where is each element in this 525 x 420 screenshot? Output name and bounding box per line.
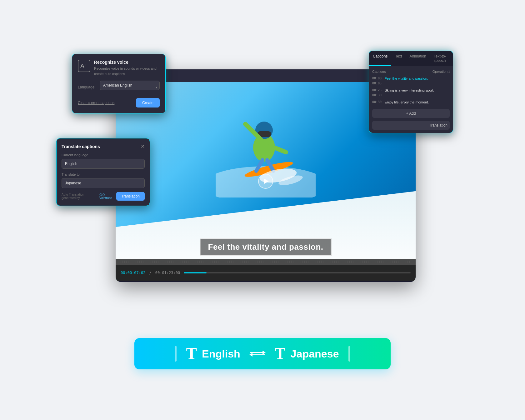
translate-captions-panel: Translate captions ✕ Current language En…: [56, 138, 150, 206]
total-time-separator: /: [149, 271, 151, 275]
source-t-icon: T: [186, 346, 197, 362]
captions-translation-button[interactable]: Translation: [372, 121, 450, 130]
voictrons-brand: ⬡⬡ Voictrons: [99, 193, 116, 200]
translate-to-select[interactable]: Japanese Korean Chinese Spanish: [62, 178, 145, 188]
play-button[interactable]: [258, 174, 273, 189]
current-language-select[interactable]: English Spanish French: [62, 159, 145, 169]
captions-header: Captions Operation ℹ: [372, 69, 450, 73]
caption-time-1: 00:25: [372, 88, 382, 93]
recognize-title: Recognize voice: [94, 60, 160, 65]
recognize-description: Recognize voice in sounds or videos and …: [94, 66, 160, 76]
captions-panel: Captions Text Animation Text-to-speech C…: [369, 51, 453, 133]
play-icon: [264, 178, 269, 184]
banner-target-section: T Japanese: [275, 346, 339, 362]
tab-animation[interactable]: Animation: [406, 51, 430, 66]
translate-footer: Auto Translation generated by ⬡⬡ Voictro…: [62, 192, 145, 201]
translate-to-label: Translate to: [62, 172, 145, 176]
translation-arrows: [250, 352, 265, 355]
caption-overlay: Feel the vitality and passion.: [200, 238, 332, 256]
timeline-ticks: [116, 259, 416, 265]
auto-translation-label: Auto Translation generated by ⬡⬡ Voictro…: [62, 193, 116, 200]
ticks-visual: [121, 261, 411, 263]
timeline-track[interactable]: [184, 272, 411, 273]
banner-right-handle[interactable]: [348, 346, 350, 362]
language-select[interactable]: American English British English Spanish…: [100, 81, 160, 90]
current-language-label: Current language: [62, 153, 145, 157]
banner-source-section: T English: [186, 346, 240, 362]
source-language: English: [202, 348, 240, 360]
language-select-wrapper: American English British English Spanish…: [100, 81, 160, 94]
translate-header: Translate captions ✕: [62, 143, 145, 149]
clear-captions-button[interactable]: Clear current captions: [78, 101, 114, 105]
caption-text-1: Skiing is a very interesting sport.: [385, 88, 450, 93]
target-t-icon: T: [275, 346, 286, 362]
recognize-actions: Clear current captions Create: [78, 98, 160, 108]
target-language: Japanese: [291, 348, 339, 360]
language-row: Language American English British Englis…: [78, 81, 160, 94]
translate-title: Translate captions: [62, 144, 100, 149]
caption-time-0b: 00:05: [372, 81, 382, 86]
banner-left-handle[interactable]: [175, 346, 177, 362]
add-caption-button[interactable]: + Add: [372, 109, 450, 118]
caption-time-1b: 00:30: [372, 93, 382, 98]
caption-entry-0: 00:00 00:05 Feel the vitality and passio…: [372, 76, 450, 86]
caption-text: Feel the vitality and passion.: [208, 242, 323, 252]
recognize-icon: A⁺: [78, 60, 90, 72]
captions-label: Captions: [372, 70, 386, 73]
caption-entry-1: 00:25 00:30 Skiing is a very interesting…: [372, 88, 450, 98]
captions-tabs: Captions Text Animation Text-to-speech: [369, 51, 453, 66]
caption-time-0: 00:00: [372, 76, 382, 81]
create-button[interactable]: Create: [136, 98, 160, 108]
arrow-left-icon: [250, 354, 265, 355]
caption-text-2: Enjoy life, enjoy the moment.: [385, 100, 450, 105]
caption-text-0: Feel the vitality and passion.: [385, 76, 450, 82]
close-translate-button[interactable]: ✕: [141, 143, 145, 149]
recognize-header: A⁺ Recognize voice Recognize voice in so…: [78, 60, 160, 76]
language-label: Language: [78, 85, 97, 89]
caption-time-2: 00:30: [372, 100, 382, 105]
caption-entry-2: 00:30 Enjoy life, enjoy the moment.: [372, 100, 450, 105]
timeline-progress: [184, 272, 207, 273]
recognize-voice-panel: A⁺ Recognize voice Recognize voice in so…: [72, 54, 166, 113]
captions-body: Captions Operation ℹ 00:00 00:05 Feel th…: [369, 66, 453, 133]
tab-captions[interactable]: Captions: [369, 51, 391, 66]
current-time: 00:00:07:02: [121, 271, 145, 275]
timeline-bar[interactable]: 00:00:07:02 / 00:01:23:00: [116, 265, 416, 281]
total-time: 00:01:23:00: [155, 271, 180, 275]
translation-banner: T English T Japanese: [134, 338, 391, 369]
operation-label: Operation ℹ: [432, 69, 450, 73]
do-translation-button[interactable]: Translation: [116, 192, 145, 201]
tab-tts[interactable]: Text-to-speech: [430, 51, 453, 66]
tab-text[interactable]: Text: [391, 51, 406, 66]
